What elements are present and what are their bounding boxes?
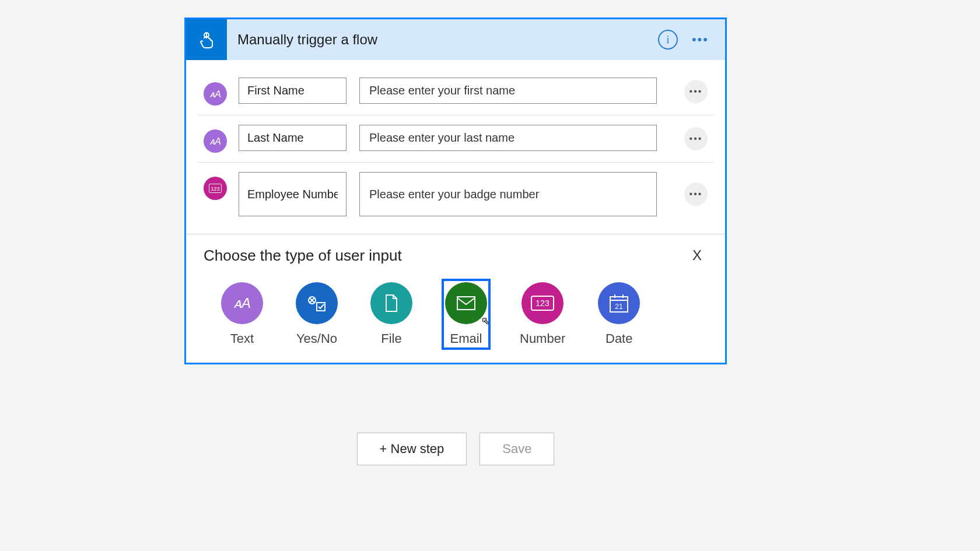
input-row-first-name: ᴀA ••• [198, 68, 713, 115]
text-icon: ᴀA [221, 282, 263, 324]
save-button[interactable]: Save [480, 433, 554, 465]
input-rows: ᴀA ••• ᴀA ••• 123 ••• [186, 60, 725, 226]
new-step-button[interactable]: + New step [357, 433, 467, 465]
footer-actions: + New step Save [184, 433, 727, 465]
card-header: Manually trigger a flow i ••• [186, 19, 725, 60]
date-icon: 21 [598, 282, 640, 324]
row-more-icon[interactable]: ••• [684, 183, 708, 206]
type-options: ᴀA Text Yes/No File ↖ Emai [204, 279, 708, 350]
svg-rect-4 [457, 297, 475, 310]
manual-trigger-icon [186, 19, 227, 60]
first-name-placeholder-input[interactable] [359, 78, 657, 104]
trigger-card: Manually trigger a flow i ••• ᴀA ••• ᴀA … [184, 17, 727, 364]
svg-text:21: 21 [615, 303, 624, 311]
type-option-file[interactable]: File [367, 279, 416, 350]
type-label: Date [606, 331, 632, 346]
type-option-date[interactable]: 21 Date [594, 279, 643, 350]
more-menu-icon[interactable]: ••• [692, 32, 709, 47]
file-icon [370, 282, 412, 324]
type-label: Text [230, 331, 254, 346]
cursor-icon: ↖ [482, 315, 489, 327]
yesno-icon [296, 282, 338, 324]
type-option-text[interactable]: ᴀA Text [218, 279, 267, 350]
employee-number-label-input[interactable] [239, 172, 346, 216]
card-title: Manually trigger a flow [227, 31, 658, 48]
row-more-icon[interactable]: ••• [684, 127, 708, 150]
type-option-yesno[interactable]: Yes/No [292, 279, 341, 350]
type-label: Number [520, 331, 565, 346]
input-row-last-name: ᴀA ••• [198, 115, 713, 162]
number-type-icon: 123 [204, 177, 227, 200]
header-actions: i ••• [658, 30, 725, 50]
number-icon: 123 [522, 282, 564, 324]
last-name-label-input[interactable] [239, 125, 346, 151]
choose-header: Choose the type of user input X [204, 245, 708, 266]
close-icon[interactable]: X [687, 245, 708, 266]
text-type-icon: ᴀA [204, 129, 227, 153]
row-more-icon[interactable]: ••• [684, 80, 708, 103]
svg-text:123: 123 [536, 299, 550, 308]
svg-rect-3 [317, 303, 325, 311]
first-name-label-input[interactable] [239, 78, 346, 104]
info-icon[interactable]: i [658, 30, 678, 50]
svg-text:123: 123 [211, 186, 219, 192]
input-row-employee-number: 123 ••• [198, 162, 713, 226]
type-option-email[interactable]: ↖ Email [442, 279, 491, 350]
choose-type-label: Choose the type of user input [204, 247, 402, 265]
type-label: Yes/No [296, 331, 337, 346]
type-label: Email [450, 331, 482, 346]
text-type-icon: ᴀA [204, 82, 227, 106]
employee-number-placeholder-input[interactable] [359, 172, 657, 216]
type-label: File [381, 331, 401, 346]
choose-type-panel: Choose the type of user input X ᴀA Text … [186, 234, 725, 363]
email-icon: ↖ [445, 282, 487, 324]
last-name-placeholder-input[interactable] [359, 125, 657, 151]
type-option-number[interactable]: 123 Number [516, 279, 569, 350]
